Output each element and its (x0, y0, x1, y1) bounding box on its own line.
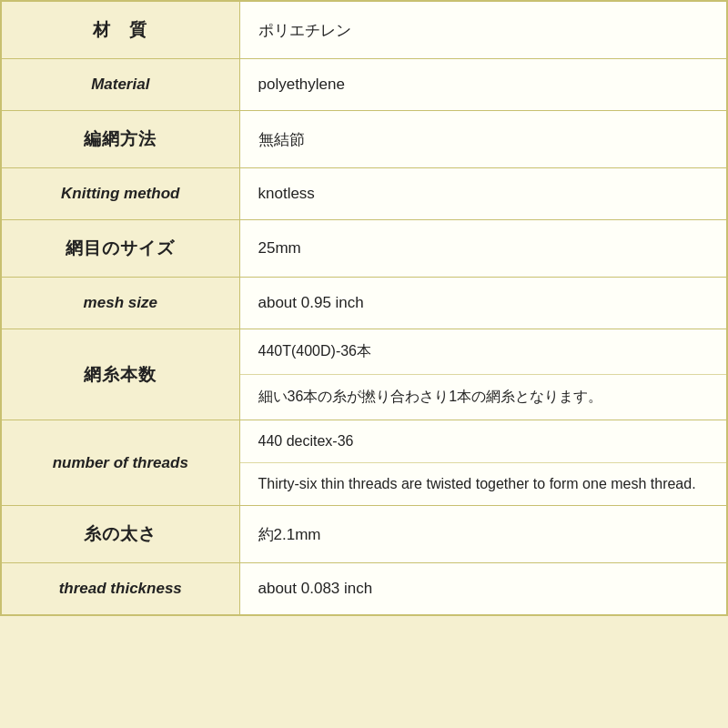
value-cell: polyethylene (239, 59, 727, 111)
label-cell: Knitting method (1, 168, 239, 220)
table-row: thread thicknessabout 0.083 inch (1, 563, 727, 616)
value-cell: 無結節 (239, 111, 727, 168)
table-row: number of threads440 decitex-36Thirty-si… (1, 420, 727, 506)
table-row: mesh sizeabout 0.95 inch (1, 278, 727, 329)
label-cell: 網糸本数 (1, 329, 239, 420)
label-cell: thread thickness (1, 563, 239, 616)
label-cell: Material (1, 59, 239, 111)
label-cell: mesh size (1, 278, 239, 329)
product-info-table: 材 質ポリエチレンMaterialpolyethylene編網方法無結節Knit… (0, 0, 728, 616)
label-cell: 材 質 (1, 1, 239, 59)
value-sub-row: 440 decitex-36 (240, 420, 727, 463)
table-row: 編網方法無結節 (1, 111, 727, 168)
value-cell: about 0.95 inch (239, 278, 727, 329)
table-row: 網目のサイズ25mm (1, 220, 727, 278)
value-cell: about 0.083 inch (239, 563, 727, 616)
table-row: 材 質ポリエチレン (1, 1, 727, 59)
value-cell: 440 decitex-36Thirty-six thin threads ar… (239, 420, 727, 506)
value-cell: 約2.1mm (239, 506, 727, 563)
label-cell: 網目のサイズ (1, 220, 239, 278)
value-cell: knotless (239, 168, 727, 220)
value-sub-row: 細い36本の糸が撚り合わさり1本の網糸となります。 (240, 375, 727, 420)
label-cell: 編網方法 (1, 111, 239, 168)
table-row: Materialpolyethylene (1, 59, 727, 111)
value-sub-row: 440T(400D)-36本 (240, 329, 727, 375)
label-cell: number of threads (1, 420, 239, 506)
value-sub-row: Thirty-six thin threads are twisted toge… (240, 463, 727, 505)
value-cell: 25mm (239, 220, 727, 278)
table-row: 網糸本数440T(400D)-36本細い36本の糸が撚り合わさり1本の網糸となり… (1, 329, 727, 420)
label-cell: 糸の太さ (1, 506, 239, 563)
table-row: 糸の太さ約2.1mm (1, 506, 727, 563)
value-cell: ポリエチレン (239, 1, 727, 59)
value-cell: 440T(400D)-36本細い36本の糸が撚り合わさり1本の網糸となります。 (239, 329, 727, 420)
table-row: Knitting methodknotless (1, 168, 727, 220)
